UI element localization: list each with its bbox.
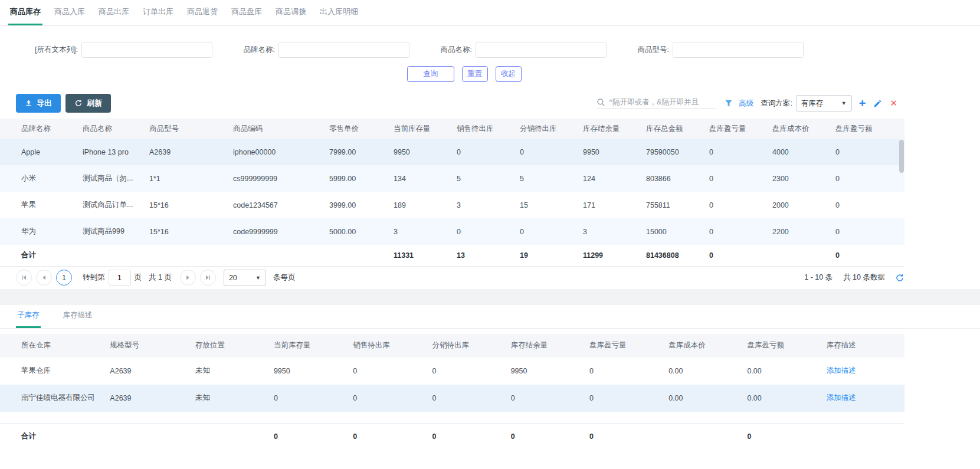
cell: 0 bbox=[709, 218, 772, 245]
edit-scheme-icon[interactable] bbox=[873, 99, 882, 108]
add-scheme-icon[interactable]: + bbox=[859, 97, 866, 109]
first-page-button[interactable] bbox=[16, 270, 32, 286]
all-text-input[interactable] bbox=[81, 42, 212, 58]
pagination-info: 1 - 10 条 共 10 条数据 bbox=[799, 273, 904, 283]
col-check-amount[interactable]: 盘库盈亏额 bbox=[747, 334, 826, 358]
col-location[interactable]: 存放位置 bbox=[195, 334, 274, 358]
goto-page-input[interactable] bbox=[109, 270, 131, 286]
total-cell: 11299 bbox=[583, 245, 646, 266]
col-check-qty[interactable]: 盘库盈亏量 bbox=[709, 119, 772, 139]
total-pages-label: 共 1 页 bbox=[149, 273, 172, 283]
col-warehouse[interactable]: 所在仓库 bbox=[0, 334, 110, 358]
col-stock-balance[interactable]: 库存结余量 bbox=[583, 119, 646, 139]
cell: 79590050 bbox=[646, 139, 709, 165]
cell: 9950 bbox=[274, 358, 353, 385]
filter-funnel-icon[interactable] bbox=[725, 99, 733, 107]
model-label: 商品型号: bbox=[635, 45, 673, 55]
quick-search-input[interactable] bbox=[609, 98, 716, 106]
model-input[interactable] bbox=[673, 42, 804, 58]
cell: 0 bbox=[835, 139, 904, 165]
cell: 0.00 bbox=[668, 385, 747, 412]
tab-stocktaking[interactable]: 商品盘库 bbox=[230, 0, 264, 25]
col-current-stock[interactable]: 当前库存量 bbox=[274, 334, 353, 358]
sub-table-row[interactable]: 苹果仓库 A2639 未知 9950 0 0 9950 0 0.00 0.00 … bbox=[0, 358, 904, 385]
sub-table-row[interactable]: 南宁佳绩电器有限公司 A2639 未知 0 0 0 0 0 0.00 0.00 … bbox=[0, 385, 904, 412]
total-cell bbox=[110, 424, 195, 450]
tab-goods-inbound[interactable]: 商品入库 bbox=[53, 0, 87, 25]
cell: 4000 bbox=[772, 139, 835, 165]
section-divider bbox=[0, 289, 980, 305]
cell: 0.00 bbox=[747, 385, 826, 412]
table-row[interactable]: 小米 测试商品（勿... 1*1 cs999999999 5999.00 134… bbox=[0, 165, 904, 192]
total-cell bbox=[195, 424, 274, 450]
table-scrollbar[interactable] bbox=[899, 140, 904, 264]
delete-scheme-icon[interactable]: ✕ bbox=[890, 98, 897, 109]
col-check-cost[interactable]: 盘库成本价 bbox=[772, 119, 835, 139]
col-sales-pending[interactable]: 销售待出库 bbox=[353, 334, 432, 358]
table-row[interactable]: 苹果 测试商品订单... 15*16 code1234567 3999.00 1… bbox=[0, 192, 904, 218]
scrollbar-thumb[interactable] bbox=[899, 140, 904, 173]
table-row[interactable]: Apple iPhone 13 pro A2639 iphone00000 79… bbox=[0, 139, 904, 165]
brand-label: 品牌名称: bbox=[241, 45, 278, 55]
col-dist-pending[interactable]: 分销待出库 bbox=[520, 119, 583, 139]
col-sales-pending[interactable]: 销售待出库 bbox=[457, 119, 520, 139]
col-check-amount[interactable]: 盘库盈亏额 bbox=[835, 119, 904, 139]
col-retail-price[interactable]: 零售单价 bbox=[329, 119, 394, 139]
pagination-bar: 1 转到第 页 共 1 页 20 ▼ 条每页 1 - 10 条 共 10 条数据 bbox=[0, 267, 904, 289]
col-product-name[interactable]: 商品名称 bbox=[83, 119, 149, 139]
table-header-row: 品牌名称 商品名称 商品型号 商品编码 零售单价 当前库存量 销售待出库 分销待… bbox=[0, 119, 904, 139]
col-check-cost[interactable]: 盘库成本价 bbox=[668, 334, 747, 358]
total-cell: 0 bbox=[747, 424, 826, 450]
tab-goods-transfer[interactable]: 商品调拨 bbox=[274, 0, 308, 25]
last-page-button[interactable] bbox=[200, 270, 216, 286]
range-info: 1 - 10 条 bbox=[804, 273, 832, 283]
total-cell: 11331 bbox=[394, 245, 457, 266]
table-row[interactable]: 华为 测试商品999 15*16 code9999999 5000.00 3 0… bbox=[0, 218, 904, 245]
tab-goods-outbound[interactable]: 商品出库 bbox=[97, 0, 131, 25]
col-stock-amount[interactable]: 库存总金额 bbox=[646, 119, 709, 139]
cell: 小米 bbox=[0, 165, 83, 192]
advanced-link[interactable]: 高级 bbox=[739, 99, 753, 109]
total-cell bbox=[149, 245, 233, 266]
total-row: 合计 11331 13 19 11299 81436808 0 0 bbox=[0, 245, 904, 266]
cell: 0 bbox=[520, 139, 583, 165]
brand-input[interactable] bbox=[278, 42, 409, 58]
add-description-link[interactable]: 添加描述 bbox=[827, 393, 856, 402]
col-brand-name[interactable]: 品牌名称 bbox=[0, 119, 83, 139]
refresh-button[interactable]: 刷新 bbox=[65, 94, 111, 113]
total-cell: 0 bbox=[589, 424, 668, 450]
query-button[interactable]: 查询 bbox=[407, 66, 454, 82]
add-description-link[interactable]: 添加描述 bbox=[827, 366, 856, 375]
col-dist-pending[interactable]: 分销待出库 bbox=[432, 334, 510, 358]
sub-table-header-row: 所在仓库 规格型号 存放位置 当前库存量 销售待出库 分销待出库 库存结余量 盘… bbox=[0, 334, 904, 358]
cell: 测试商品（勿... bbox=[83, 165, 149, 192]
col-stock-balance[interactable]: 库存结余量 bbox=[511, 334, 589, 358]
total-count-info: 共 10 条数据 bbox=[843, 273, 885, 283]
col-spec-model[interactable]: 规格型号 bbox=[110, 334, 195, 358]
reload-icon[interactable] bbox=[895, 273, 904, 283]
col-current-stock[interactable]: 当前库存量 bbox=[394, 119, 457, 139]
current-page[interactable]: 1 bbox=[56, 270, 72, 286]
cell: 0 bbox=[589, 385, 668, 412]
col-product-model[interactable]: 商品型号 bbox=[149, 119, 233, 139]
tab-product-stock[interactable]: 商品库存 bbox=[8, 0, 42, 25]
tab-order-outbound[interactable]: 订单出库 bbox=[141, 0, 175, 25]
collapse-button[interactable]: 收起 bbox=[496, 66, 522, 82]
cell: 15*16 bbox=[149, 218, 233, 245]
export-button[interactable]: 导出 bbox=[16, 94, 61, 113]
tab-goods-return[interactable]: 商品退货 bbox=[185, 0, 219, 25]
reset-button[interactable]: 重置 bbox=[462, 66, 488, 82]
tab-sub-stock[interactable]: 子库存 bbox=[16, 305, 41, 328]
page-size-select[interactable]: 20 ▼ bbox=[224, 270, 266, 286]
tab-stock-description[interactable]: 库存描述 bbox=[62, 305, 94, 328]
col-stock-desc[interactable]: 库存描述 bbox=[827, 334, 904, 358]
scheme-select[interactable]: 有库存 ▼ bbox=[796, 95, 852, 111]
tab-inout-detail[interactable]: 出入库明细 bbox=[318, 0, 360, 25]
total-cell bbox=[329, 245, 394, 266]
col-product-code[interactable]: 商品编码 bbox=[233, 119, 329, 139]
next-page-button[interactable] bbox=[180, 270, 196, 286]
col-check-qty[interactable]: 盘库盈亏量 bbox=[589, 334, 668, 358]
prev-page-button[interactable] bbox=[36, 270, 52, 286]
cell: 0 bbox=[835, 192, 904, 218]
product-input[interactable] bbox=[476, 42, 607, 58]
